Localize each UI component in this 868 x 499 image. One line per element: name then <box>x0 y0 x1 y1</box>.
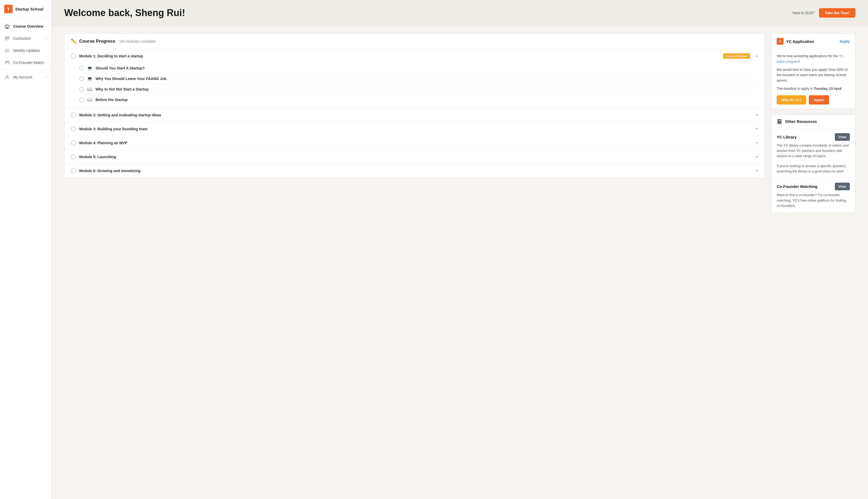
cofounder-matching-view-button[interactable]: View <box>835 183 850 190</box>
module-4-header[interactable]: Module 4: Planning an MVP ▼ <box>64 136 765 150</box>
chevron-right-icon: › <box>46 37 47 40</box>
module-row[interactable]: Module 2: Getting and evaluating startup… <box>64 108 765 122</box>
sidebar-item-label: Co-Founder Match <box>13 61 44 65</box>
module-6-title: Module 6: Growing and monetizing <box>79 169 750 173</box>
pencil-icon: ✏️ <box>71 38 77 44</box>
yc-body-text-2: We would love to have you apply! Over 50… <box>777 67 850 83</box>
subitem-title: Before the Startup <box>96 98 127 102</box>
sidebar-logo[interactable]: Y Startup School <box>0 0 51 18</box>
subitem-checkbox <box>79 66 84 71</box>
sidebar-nav: Course Overview Curriculum › Weekly Upda… <box>0 18 51 85</box>
new-to-sus-label: New to SUS? <box>793 11 815 15</box>
take-tour-button[interactable]: Take the Tour! <box>819 8 855 17</box>
right-column: Y YC Application Apply We're now accepti… <box>771 34 855 491</box>
sidebar-item-label: Weekly Updates <box>13 48 40 53</box>
sidebar: Y Startup School Course Overview Curricu… <box>0 0 52 499</box>
module-5-header[interactable]: Module 5: Launching ▼ <box>64 150 765 164</box>
svg-rect-1 <box>6 27 8 28</box>
subitem-row[interactable]: 📖 Why to Not Not Start a Startup <box>79 84 758 95</box>
module-1-subitems: 💻 Should You Start A Startup? 💻 Why You … <box>64 63 765 108</box>
main-content: Welcome back, Sheng Rui! New to SUS? Tak… <box>52 0 868 499</box>
yc-logo-icon: Y <box>4 5 13 13</box>
book-icon: 📖 <box>87 97 93 102</box>
current-module-badge: Current Module <box>723 53 750 59</box>
module-2-header[interactable]: Module 2: Getting and evaluating startup… <box>64 108 765 122</box>
module-1-checkbox <box>71 53 76 59</box>
yc-application-card-header: Y YC Application Apply <box>771 34 855 49</box>
yc-library-header: YC Library View <box>777 133 850 141</box>
content-area: ✏️ Course Progress 0/8 modules complete … <box>52 26 868 499</box>
yc-application-actions: Why do YC? Apply! <box>777 95 850 105</box>
book-icon: 📖 <box>87 87 93 92</box>
module-1-chevron-icon: ▼ <box>755 54 758 58</box>
sidebar-item-my-account[interactable]: My Account › <box>0 71 51 83</box>
module-row[interactable]: Module 6: Growing and monetizing ▼ <box>64 164 765 178</box>
subitem-checkbox <box>79 97 84 102</box>
subitem-row[interactable]: 📖 Before the Startup <box>79 95 758 105</box>
svg-point-11 <box>5 61 7 63</box>
card-header-left: Y YC Application <box>777 38 814 45</box>
header-bar: Welcome back, Sheng Rui! New to SUS? Tak… <box>52 0 868 26</box>
module-1-header[interactable]: Module 1: Deciding to start a startup Cu… <box>64 49 765 63</box>
sidebar-item-label: Curriculum <box>13 36 31 40</box>
module-6-chevron-icon: ▼ <box>755 169 758 173</box>
module-2-checkbox <box>71 112 76 118</box>
svg-rect-4 <box>5 39 9 40</box>
yc-application-body: We're now accepting applications for the… <box>771 49 855 109</box>
yc-small-logo: Y <box>777 38 783 45</box>
module-6-header[interactable]: Module 6: Growing and monetizing ▼ <box>64 164 765 178</box>
module-row[interactable]: Module 4: Planning an MVP ▼ <box>64 136 765 150</box>
cofounder-matching-desc: Want to find a co-founder? Try co-founde… <box>777 192 850 208</box>
other-resources-header: 📓 Other Resources <box>771 114 855 129</box>
subitem-row[interactable]: 💻 Should You Start A Startup? <box>79 63 758 73</box>
module-2-chevron-icon: ▼ <box>755 113 758 117</box>
subitem-row[interactable]: 💻 Why You Should Leave Your FAANG Job <box>79 73 758 84</box>
module-3-title: Module 3: Building your founding team <box>79 127 750 131</box>
apply-button[interactable]: Apply! <box>809 95 829 105</box>
module-6-checkbox <box>71 168 76 173</box>
sidebar-item-cofounder-match[interactable]: Co-Founder Match <box>0 57 51 69</box>
sidebar-item-curriculum[interactable]: Curriculum › <box>0 32 51 45</box>
apply-link[interactable]: Apply <box>840 39 850 44</box>
account-icon <box>4 74 10 80</box>
subitem-checkbox <box>79 76 84 81</box>
yc-body-text-3: The deadline to apply is Tuesday, 23 Apr… <box>777 86 850 92</box>
notebook-icon: 📓 <box>777 119 782 124</box>
module-3-checkbox <box>71 126 76 132</box>
app-name-label: Startup School <box>15 7 44 11</box>
subitem-title: Why to Not Not Start a Startup <box>96 87 148 91</box>
cofounder-matching-header: Co-Founder Matching View <box>777 183 850 190</box>
module-2-title: Module 2: Getting and evaluating startup… <box>79 113 750 117</box>
module-4-title: Module 4: Planning an MVP <box>79 141 750 145</box>
cofounder-matching-resource: Co-Founder Matching View Want to find a … <box>771 179 855 212</box>
svg-point-5 <box>5 49 6 50</box>
svg-rect-2 <box>5 37 9 38</box>
yc-library-view-button[interactable]: View <box>835 133 850 141</box>
people-icon <box>4 60 10 65</box>
video-icon: 💻 <box>87 65 93 71</box>
module-5-checkbox <box>71 154 76 159</box>
module-3-header[interactable]: Module 3: Building your founding team ▼ <box>64 122 765 136</box>
subitem-title: Should You Start A Startup? <box>96 66 145 70</box>
yc-library-resource: YC Library View The YC library contains … <box>771 129 855 179</box>
list-icon <box>4 48 10 53</box>
sidebar-item-weekly-updates[interactable]: Weekly Updates <box>0 45 51 57</box>
subitem-title: Why You Should Leave Your FAANG Job <box>96 76 167 81</box>
module-4-checkbox <box>71 140 76 146</box>
module-1-title: Module 1: Deciding to start a startup <box>79 54 720 58</box>
yc-application-title: YC Application <box>786 39 814 44</box>
svg-point-13 <box>6 75 8 77</box>
module-row[interactable]: Module 1: Deciding to start a startup Cu… <box>64 49 765 108</box>
svg-point-7 <box>5 50 6 51</box>
module-row[interactable]: Module 3: Building your founding team ▼ <box>64 122 765 136</box>
sidebar-item-label: Course Overview <box>13 24 43 28</box>
why-yc-button[interactable]: Why do YC? <box>777 95 806 105</box>
svg-point-12 <box>8 61 9 63</box>
sidebar-item-course-overview[interactable]: Course Overview <box>0 20 51 32</box>
yc-body-text-1: We're now accepting applications for the… <box>777 53 850 64</box>
module-3-chevron-icon: ▼ <box>755 127 758 131</box>
yc-application-card: Y YC Application Apply We're now accepti… <box>771 34 855 109</box>
module-row[interactable]: Module 5: Launching ▼ <box>64 150 765 164</box>
yc-library-desc-1: The YC library contains hundreds of vide… <box>777 143 850 159</box>
book-stack-icon <box>4 36 10 41</box>
